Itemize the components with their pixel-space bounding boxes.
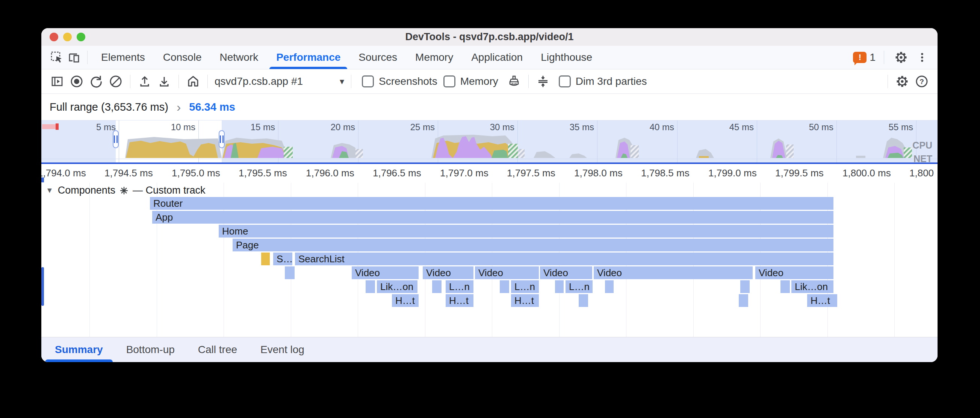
asterisk-icon [120, 187, 128, 195]
flame-bar-ht[interactable]: H…t [807, 294, 837, 307]
dim-3rd-parties-checkbox[interactable]: Dim 3rd parties [559, 75, 647, 87]
flame-bar-ln[interactable]: L…n [566, 280, 593, 293]
garbage-collect-brush-icon[interactable] [504, 72, 524, 91]
flame-bar-router[interactable]: Router [150, 197, 834, 210]
flame-bar[interactable] [285, 266, 294, 279]
flame-bar-likon[interactable]: Lik…on [791, 280, 834, 293]
flame-bar-st[interactable]: S…t [273, 253, 292, 265]
flame-bar-likon[interactable]: Lik…on [377, 280, 417, 293]
window-left-handle[interactable] [113, 130, 119, 148]
window-title: DevTools - qsvd7p.csb.app/video/1 [41, 31, 937, 43]
window-right-handle[interactable] [219, 130, 225, 148]
flame-bar[interactable] [500, 280, 509, 293]
overview-tick-label: 20 ms [331, 122, 358, 133]
flame-bar-video[interactable]: Video [594, 266, 752, 279]
tab-network[interactable]: Network [210, 46, 267, 69]
flame-bar-ln[interactable]: L…n [511, 280, 539, 293]
chevron-down-icon: ▾ [340, 76, 344, 87]
ruler-tick-label: 1,797.5 ms [507, 164, 555, 182]
net-lane-label: NET [913, 154, 932, 164]
range-breadcrumb: Full range (3,653.76 ms) › 56.34 ms [41, 94, 937, 120]
details-tab-call-tree[interactable]: Call tree [198, 337, 237, 362]
chart-gridline [89, 183, 90, 337]
ruler-tick-label: 1,795.0 ms [172, 164, 220, 182]
separator [130, 74, 130, 88]
flame-bar[interactable] [555, 280, 564, 293]
target-selector-dropdown[interactable]: qsvd7p.csb.app #1 ▾ [215, 75, 344, 87]
details-tab-event-log[interactable]: Event log [260, 337, 304, 362]
flame-bar[interactable] [605, 280, 614, 293]
collapse-triangle-icon[interactable]: ▼ [46, 186, 53, 195]
tab-application[interactable]: Application [462, 46, 532, 69]
flame-bar[interactable] [579, 294, 588, 307]
zoom-window-button[interactable] [76, 33, 85, 41]
flame-bar-searchlist[interactable]: SearchList [295, 253, 834, 265]
minimize-window-button[interactable] [63, 33, 72, 41]
full-range-crumb[interactable]: Full range (3,653.76 ms) [49, 101, 169, 113]
tab-elements[interactable]: Elements [92, 46, 154, 69]
memory-checkbox[interactable]: Memory [444, 75, 498, 87]
flame-bar-video[interactable]: Video [755, 266, 834, 279]
chart-gridline [894, 183, 895, 337]
selected-range-crumb[interactable]: 56.34 ms [189, 101, 235, 113]
collapse-tracks-icon[interactable] [533, 72, 553, 91]
close-window-button[interactable] [49, 33, 58, 41]
flame-bar[interactable] [432, 280, 442, 293]
screenshots-checkbox[interactable]: Screenshots [362, 75, 438, 87]
separator [884, 51, 884, 64]
toolbar-right-controls: ? [883, 72, 932, 91]
tabbar-right-controls: ! 1 [853, 49, 931, 66]
panel-tabs: ElementsConsoleNetworkPerformanceSources… [92, 46, 601, 69]
flame-bar[interactable] [781, 280, 790, 293]
tab-console[interactable]: Console [154, 46, 211, 69]
custom-track-header[interactable]: ▼ Components — Custom track [46, 185, 205, 196]
flame-chart-area[interactable]: ▼ Components — Custom track RouterAppHom… [41, 183, 937, 337]
toggle-sidebar-icon[interactable] [47, 72, 67, 91]
track-accent-nub [41, 177, 44, 182]
tab-performance[interactable]: Performance [267, 46, 350, 69]
performance-toolbar: qsvd7p.csb.app #1 ▾ Screenshots Memory [41, 70, 937, 94]
record-icon[interactable] [67, 72, 86, 91]
network-request-marker [56, 124, 59, 130]
upload-profile-icon[interactable] [135, 72, 154, 91]
overview-tick-label: 35 ms [570, 122, 597, 133]
reload-record-icon[interactable] [86, 72, 106, 91]
home-icon[interactable] [183, 72, 203, 91]
flame-bar-home[interactable]: Home [219, 225, 834, 238]
flame-bar[interactable] [740, 280, 750, 293]
flame-bar-ln[interactable]: L…n [445, 280, 474, 293]
flame-bar-video[interactable]: Video [540, 266, 592, 279]
tab-lighthouse[interactable]: Lighthouse [532, 46, 601, 69]
issues-counter[interactable]: ! 1 [853, 51, 875, 63]
flame-bar[interactable] [366, 280, 375, 293]
flame-bar-page[interactable]: Page [232, 239, 834, 252]
flame-bar-ht[interactable]: H…t [392, 294, 418, 307]
flame-bar-ht[interactable]: H…t [511, 294, 539, 307]
ruler-tick-label: 1,794.0 ms [41, 164, 86, 182]
network-request-bar [42, 124, 56, 129]
tab-sources[interactable]: Sources [350, 46, 406, 69]
overview-tick-label: 10 ms [171, 122, 199, 133]
download-profile-icon[interactable] [154, 72, 174, 91]
settings-gear-icon[interactable] [892, 49, 910, 66]
capture-settings-gear-icon[interactable] [892, 72, 912, 91]
details-tab-bottom-up[interactable]: Bottom-up [126, 337, 175, 362]
ruler-tick-label: 1,798.5 ms [641, 164, 689, 182]
more-options-icon[interactable] [913, 49, 931, 66]
flame-bar-video[interactable]: Video [423, 266, 474, 279]
vertical-scrollbar-thumb[interactable] [41, 267, 44, 306]
flame-bar-ht[interactable]: H…t [445, 294, 474, 307]
flame-bar[interactable] [261, 253, 270, 265]
tab-memory[interactable]: Memory [406, 46, 462, 69]
flame-bar-app[interactable]: App [152, 211, 834, 224]
details-tab-summary[interactable]: Summary [55, 337, 103, 362]
flame-bar-video[interactable]: Video [475, 266, 539, 279]
device-toolbar-icon[interactable] [65, 49, 83, 66]
help-icon[interactable]: ? [912, 72, 932, 91]
inspect-element-icon[interactable] [48, 49, 65, 66]
timeline-overview[interactable]: 5 ms10 ms15 ms20 ms25 ms30 ms35 ms40 ms4… [41, 120, 937, 164]
overview-tick-label: 30 ms [490, 122, 517, 133]
clear-icon[interactable] [106, 72, 126, 91]
flame-bar[interactable] [739, 294, 748, 307]
flame-bar-video[interactable]: Video [352, 266, 418, 279]
